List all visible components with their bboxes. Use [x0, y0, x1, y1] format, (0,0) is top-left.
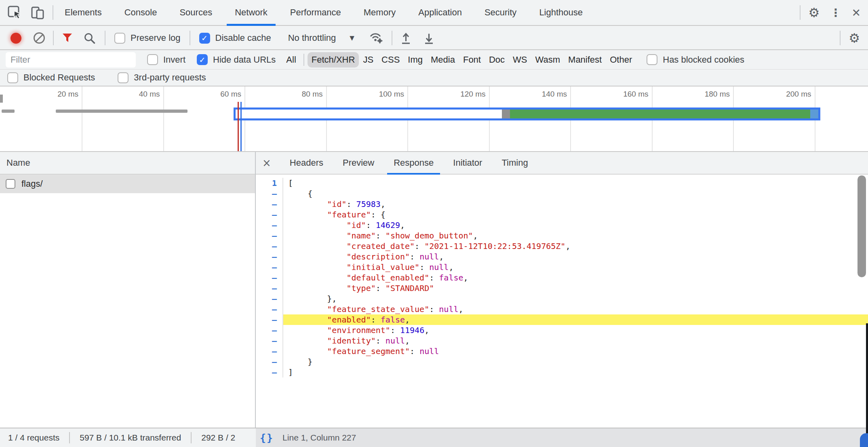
panel-tabs: ElementsConsoleSourcesNetworkPerformance… [64, 0, 584, 25]
details-tab-headers[interactable]: Headers [289, 152, 324, 174]
screen-edge-artifact [860, 433, 868, 447]
divider [69, 432, 70, 443]
checkbox-box [114, 33, 125, 44]
line-gutter: – [256, 209, 282, 220]
response-line: – "feature_state_value": null, [256, 304, 868, 314]
code-text: }, [282, 293, 868, 304]
preserve-log-checkbox[interactable]: Preserve log [114, 33, 181, 44]
close-devtools-icon[interactable]: ✕ [851, 7, 861, 18]
timeline-gridline [163, 86, 164, 151]
divider [191, 432, 192, 443]
response-line: – "name": "show_demo_button", [256, 230, 868, 241]
response-line: 1[ [256, 178, 868, 188]
checkbox-box [7, 72, 18, 83]
tab-performance[interactable]: Performance [289, 0, 342, 25]
timeline-tick-label: 200 ms [786, 90, 811, 99]
line-gutter: 1 [256, 178, 282, 188]
third-party-requests-label: 3rd-party requests [134, 72, 206, 83]
filter-type-js[interactable]: JS [359, 52, 377, 67]
clear-network-log-icon[interactable] [34, 32, 45, 44]
code-text: "initial_value": null, [282, 262, 868, 272]
details-tab-initiator[interactable]: Initiator [452, 152, 483, 174]
code-text: "created_date": "2021-11-12T10:22:53.419… [282, 241, 868, 251]
response-line: – } [256, 356, 868, 367]
filter-type-ws[interactable]: WS [509, 52, 531, 67]
tab-memory[interactable]: Memory [363, 0, 396, 25]
tab-application[interactable]: Application [417, 0, 463, 25]
invert-checkbox[interactable]: Invert [147, 54, 185, 65]
name-column-header[interactable]: Name [0, 152, 255, 175]
chevron-down-icon[interactable]: ▼ [350, 34, 354, 42]
checkbox-box: ✓ [197, 54, 208, 65]
details-tab-preview[interactable]: Preview [342, 152, 375, 174]
tab-lighthouse[interactable]: Lighthouse [538, 0, 584, 25]
has-blocked-cookies-checkbox[interactable]: Has blocked cookies [647, 54, 744, 65]
code-text: "default_enabled": false, [282, 272, 868, 283]
tab-sources[interactable]: Sources [179, 0, 213, 25]
settings-gear-icon[interactable]: ⚙ [809, 6, 820, 19]
search-icon[interactable] [83, 32, 96, 44]
filter-type-css[interactable]: CSS [377, 52, 404, 67]
network-overview-timeline[interactable]: 20 ms40 ms60 ms80 ms100 ms120 ms140 ms16… [0, 86, 868, 152]
details-tab-timing[interactable]: Timing [501, 152, 529, 174]
divider [800, 5, 801, 20]
response-line: – "initial_value": null, [256, 262, 868, 272]
more-options-icon[interactable]: ⋮ [830, 7, 841, 18]
request-row-checkbox[interactable] [6, 179, 15, 189]
network-conditions-icon[interactable] [369, 32, 383, 44]
record-network-log-icon[interactable] [11, 33, 21, 44]
filter-type-other[interactable]: Other [606, 52, 636, 67]
filter-type-all[interactable]: All [282, 52, 300, 67]
tab-network[interactable]: Network [234, 0, 268, 25]
tab-elements[interactable]: Elements [64, 0, 103, 25]
filter-type-manifest[interactable]: Manifest [564, 52, 606, 67]
filter-input[interactable] [6, 52, 136, 67]
line-gutter: – [256, 325, 282, 335]
response-line: – "feature_segment": null [256, 346, 868, 356]
timeline-tick-label: 80 ms [302, 90, 323, 99]
filter-type-font[interactable]: Font [459, 52, 485, 67]
details-tab-response[interactable]: Response [393, 152, 434, 174]
response-viewer[interactable]: 1[– {– "id": 75983,– "feature": {– "id":… [256, 175, 868, 428]
tab-security[interactable]: Security [484, 0, 517, 25]
selected-request-waterfall-bar[interactable] [234, 108, 820, 120]
line-gutter: – [256, 188, 282, 199]
timeline-tick-label: 60 ms [220, 90, 241, 99]
disable-cache-checkbox[interactable]: ✓ Disable cache [199, 33, 271, 44]
code-text: "id": 75983, [282, 199, 868, 209]
request-row-flags[interactable]: flags/ [0, 175, 255, 193]
divider [53, 31, 54, 45]
third-party-requests-checkbox[interactable]: 3rd-party requests [118, 72, 206, 83]
tab-console[interactable]: Console [124, 0, 158, 25]
has-blocked-cookies-label: Has blocked cookies [663, 55, 744, 65]
response-code: 1[– {– "id": 75983,– "feature": {– "id":… [256, 178, 868, 377]
export-har-icon[interactable] [423, 32, 434, 45]
close-details-icon[interactable]: × [262, 158, 271, 168]
throttling-select[interactable]: No throttling [288, 33, 336, 43]
request-details-panel: × HeadersPreviewResponseInitiatorTiming … [256, 152, 868, 428]
filter-type-wasm[interactable]: Wasm [531, 52, 565, 67]
load-event-line [238, 102, 239, 152]
device-toolbar-icon[interactable] [31, 5, 45, 20]
pretty-print-icon[interactable]: {} [260, 432, 274, 444]
inspect-element-icon[interactable] [7, 5, 22, 20]
line-gutter: – [256, 335, 282, 346]
checkbox-box [118, 72, 129, 83]
filter-type-doc[interactable]: Doc [485, 52, 509, 67]
blocked-requests-checkbox[interactable]: Blocked Requests [7, 72, 95, 83]
filter-type-media[interactable]: Media [427, 52, 459, 67]
network-settings-gear-icon[interactable]: ⚙ [849, 32, 860, 44]
hide-data-urls-checkbox[interactable]: ✓ Hide data URLs [197, 54, 276, 65]
line-gutter: – [256, 220, 282, 230]
filter-type-img[interactable]: Img [404, 52, 427, 67]
waterfall-segment [502, 110, 510, 118]
import-har-icon[interactable] [400, 32, 411, 45]
filter-type-fetch-xhr[interactable]: Fetch/XHR [308, 52, 359, 67]
devtools-window: ElementsConsoleSourcesNetworkPerformance… [0, 0, 868, 447]
response-line: – "environment": 11946, [256, 325, 868, 335]
filter-funnel-icon[interactable] [62, 33, 73, 43]
preserve-log-label: Preserve log [131, 33, 181, 43]
vertical-scrollbar[interactable] [857, 175, 866, 277]
line-gutter: – [256, 356, 282, 367]
devtools-tabbar: ElementsConsoleSourcesNetworkPerformance… [0, 0, 868, 26]
